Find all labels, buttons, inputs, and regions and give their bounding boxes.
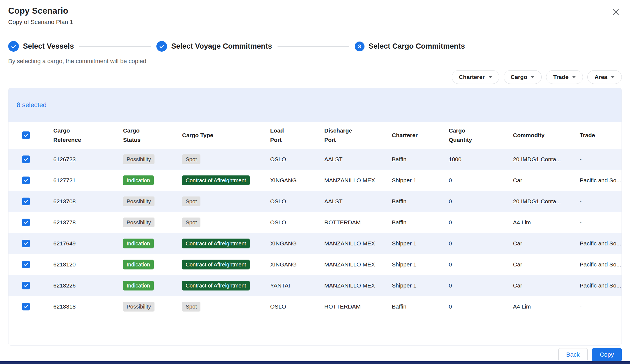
table-header-row: CargoReferenceCargoStatusCargo TypeLoadP… (8, 122, 622, 149)
step-connector (79, 46, 151, 47)
row-checkbox[interactable] (22, 177, 30, 184)
filter-bar: ChartererCargoTradeArea (8, 70, 622, 84)
checkbox-cell (8, 198, 49, 205)
cell-status: Indication (119, 239, 178, 248)
checkbox-cell (8, 261, 49, 268)
back-button[interactable]: Back (558, 348, 588, 361)
step-label: Select Cargo Commitments (369, 42, 465, 51)
stepper-step-1[interactable]: Select Vessels (8, 41, 74, 52)
cell-trade: Pacific and So... (575, 240, 622, 247)
caret-down-icon (572, 76, 576, 78)
type-badge: Contract of Affreightment (182, 175, 250, 185)
type-badge: Spot (182, 196, 200, 206)
filter-label: Trade (553, 74, 568, 80)
table-row[interactable]: 6213778PossibilitySpotOSLOROTTERDAMBaffi… (8, 212, 622, 233)
status-badge: Possibility (123, 196, 154, 206)
type-badge: Spot (182, 154, 200, 164)
cell-type: Spot (178, 154, 266, 164)
cell-commodity: Car (509, 240, 575, 247)
cell-quantity: 0 (444, 282, 509, 289)
cell-charterer: Baffin (387, 219, 444, 226)
status-badge: Possibility (123, 302, 154, 312)
checkbox-cell (8, 219, 49, 226)
row-checkbox[interactable] (22, 155, 30, 163)
stepper-step-3[interactable]: 3Select Cargo Commitments (355, 42, 465, 51)
caret-down-icon (611, 76, 615, 78)
caret-down-icon (488, 76, 492, 78)
filter-area-dropdown[interactable]: Area (587, 70, 622, 84)
status-badge: Indication (123, 175, 154, 185)
dialog-footer: Back Copy (0, 348, 630, 361)
copy-button[interactable]: Copy (592, 348, 622, 361)
type-badge: Contract of Affreightment (182, 239, 250, 248)
column-header-discharge_port: DischargePort (320, 126, 387, 144)
filter-cargo-dropdown[interactable]: Cargo (504, 70, 542, 84)
table-row[interactable]: 6218318PossibilitySpotOSLOROTTERDAMBaffi… (8, 296, 622, 317)
column-header-load_port: LoadPort (266, 126, 320, 144)
filter-trade-dropdown[interactable]: Trade (546, 70, 583, 84)
filter-charterer-dropdown[interactable]: Charterer (452, 70, 499, 84)
step-label: Select Voyage Commitments (171, 42, 272, 51)
cell-load_port: OSLO (266, 303, 320, 310)
row-checkbox[interactable] (22, 282, 30, 289)
cell-commodity: Car (509, 282, 575, 289)
column-header-reference: CargoReference (49, 126, 119, 144)
table-row[interactable]: 6126723PossibilitySpotOSLOAALSTBaffin100… (8, 149, 622, 170)
filter-label: Area (594, 74, 607, 80)
cell-type: Spot (178, 218, 266, 227)
cell-load_port: OSLO (266, 198, 320, 205)
close-icon[interactable] (610, 6, 622, 18)
column-header-trade: Trade (575, 131, 622, 140)
column-header-status: CargoStatus (119, 126, 178, 144)
cell-quantity: 0 (444, 261, 509, 268)
status-badge: Possibility (123, 154, 154, 164)
row-checkbox[interactable] (22, 303, 30, 310)
filter-label: Charterer (459, 74, 485, 80)
cell-type: Spot (178, 196, 266, 206)
cell-commodity: A4 Lim (509, 303, 575, 310)
cell-quantity: 0 (444, 198, 509, 205)
status-badge: Indication (123, 281, 154, 290)
checkbox-cell (8, 240, 49, 247)
table-row[interactable]: 6218226IndicationContract of Affreightme… (8, 275, 622, 296)
table-row[interactable]: 6127721IndicationContract of Affreightme… (8, 170, 622, 191)
dialog-header: Copy Scenario Copy of Scenario Plan 1 (0, 0, 630, 26)
cell-discharge_port: AALST (320, 156, 387, 163)
cell-load_port: XINGANG (266, 177, 320, 184)
row-checkbox[interactable] (22, 219, 30, 226)
cell-load_port: OSLO (266, 156, 320, 163)
cell-status: Possibility (119, 154, 178, 164)
cell-trade: Pacific and So... (575, 261, 622, 268)
cell-charterer: Shipper 1 (387, 177, 444, 184)
selection-summary-bar: 8 selected (8, 88, 622, 122)
cell-charterer: Baffin (387, 303, 444, 310)
cell-commodity: Car (509, 177, 575, 184)
step-number-icon: 3 (355, 42, 364, 51)
dialog-title-block: Copy Scenario Copy of Scenario Plan 1 (8, 6, 73, 26)
cell-load_port: XINGANG (266, 240, 320, 247)
column-header-charterer: Charterer (387, 131, 444, 140)
table-row[interactable]: 6218120IndicationContract of Affreightme… (8, 254, 622, 275)
cell-reference: 6213778 (49, 219, 119, 226)
row-checkbox[interactable] (22, 198, 30, 205)
cell-quantity: 0 (444, 219, 509, 226)
row-checkbox[interactable] (22, 261, 30, 268)
row-checkbox[interactable] (22, 240, 30, 247)
cell-trade: - (575, 219, 622, 226)
table-row[interactable]: 6213708PossibilitySpotOSLOAALSTBaffin020… (8, 191, 622, 212)
cell-type: Contract of Affreightment (178, 281, 266, 290)
cell-discharge_port: ROTTERDAM (320, 303, 387, 310)
cell-trade: - (575, 303, 622, 310)
status-badge: Possibility (123, 218, 154, 227)
cell-charterer: Shipper 1 (387, 282, 444, 289)
cell-reference: 6213708 (49, 198, 119, 205)
checkbox-cell (8, 177, 49, 184)
select-all-checkbox[interactable] (22, 131, 30, 139)
cell-charterer: Baffin (387, 156, 444, 163)
cell-trade: Pacific and So... (575, 177, 622, 184)
cell-commodity: 20 IMDG1 Conta... (509, 156, 575, 163)
column-header-quantity: CargoQuantity (444, 126, 509, 144)
table-row[interactable]: 6217649IndicationContract of Affreightme… (8, 233, 622, 254)
cell-type: Spot (178, 302, 266, 312)
stepper-step-2[interactable]: Select Voyage Commitments (156, 41, 272, 52)
